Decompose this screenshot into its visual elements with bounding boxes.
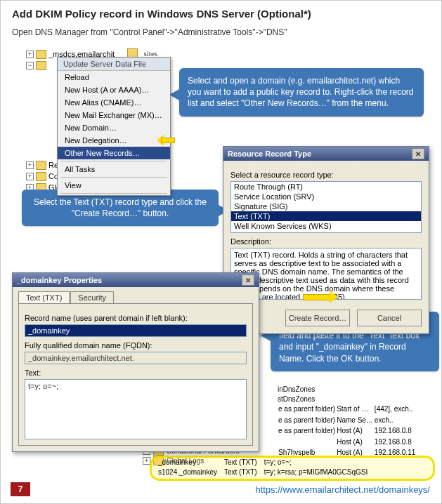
intro-text: Open DNS Manager from "Control Panel"->"… <box>12 27 287 37</box>
menu-separator <box>60 193 167 194</box>
record-type-option[interactable]: Well Known Services (WKS) <box>231 221 421 231</box>
menu-item-view[interactable]: View <box>58 179 170 192</box>
folder-icon <box>36 61 46 70</box>
dialog-title: _domainkey Properties <box>17 276 102 284</box>
tab-text-txt[interactable]: Text (TXT) <box>18 291 70 303</box>
create-record-button[interactable]: Create Record… <box>285 310 350 326</box>
page-title: Add DKIM Policy record in Windows DNS Se… <box>12 8 311 20</box>
fqdn-input: _domainkey.emailarchitect.net. <box>25 352 247 364</box>
cancel-button[interactable]: Cancel <box>357 310 422 326</box>
expand-icon[interactable]: + <box>26 51 34 58</box>
menu-item-new-host[interactable]: New Host (A or AAAA)… <box>58 84 170 96</box>
menu-item-new-mx[interactable]: New Mail Exchanger (MX)… <box>58 109 170 121</box>
close-icon[interactable]: ✕ <box>242 274 254 286</box>
record-type-option[interactable]: Service Location (SRV) <box>231 192 421 201</box>
menu-separator <box>60 161 167 161</box>
dialog-title: Resource Record Type <box>228 150 311 158</box>
collapse-icon[interactable]: − <box>26 62 34 69</box>
select-record-type-label: Select a resource record type: <box>230 171 422 179</box>
context-menu: Update Server Data File Reload New Host … <box>57 57 171 196</box>
description-label: Description: <box>230 237 422 246</box>
folder-icon <box>36 161 46 170</box>
fqdn-label: Fully qualified domain name (FQDN): <box>25 341 247 350</box>
callout-step1: Select and open a domain (e.g. emailarch… <box>179 68 424 117</box>
menu-header: Update Server Data File <box>58 58 170 71</box>
close-icon[interactable]: ✕ <box>412 148 424 159</box>
dns-records-snippet: inDnsZones stDnsZones e as parent folder… <box>278 385 435 458</box>
record-type-option[interactable]: Signature (SIG) <box>231 201 421 211</box>
footer-url[interactable]: https://www.emailarchitect.net/domainkey… <box>255 484 430 495</box>
tab-security[interactable]: Security <box>70 291 114 303</box>
record-name-label: Record name (uses parent domain if left … <box>25 314 247 322</box>
folder-icon <box>36 50 46 59</box>
text-input[interactable]: t=y; o=~; <box>25 379 247 439</box>
highlight-arrow-icon <box>303 291 338 303</box>
domainkey-properties-dialog: _domainkey Properties✕ Text (TXT) Securi… <box>12 272 259 452</box>
table-row: _domainkeyText (TXT)t=y; o=~; <box>158 458 373 467</box>
text-label: Text: <box>25 369 247 377</box>
menu-item-new-alias[interactable]: New Alias (CNAME)… <box>58 96 170 109</box>
menu-item-new-delegation[interactable]: New Delegation… <box>58 134 170 147</box>
menu-separator <box>60 177 167 178</box>
menu-item-new-domain[interactable]: New Domain… <box>58 121 170 134</box>
highlight-arrow-icon <box>157 135 175 145</box>
table-row: s1024._domainkeyText (TXT)t=y; k=rsa; p=… <box>158 468 373 477</box>
page-number: 7 <box>11 482 30 496</box>
expand-icon[interactable]: + <box>26 173 34 180</box>
record-type-option-selected[interactable]: Text (TXT) <box>231 211 421 221</box>
record-type-option[interactable]: X.25 <box>231 231 421 233</box>
expand-icon[interactable]: + <box>26 161 34 169</box>
record-type-option[interactable]: Route Through (RT) <box>231 182 421 192</box>
record-name-input[interactable]: _domainkey <box>25 324 247 337</box>
menu-item-all-tasks[interactable]: All Tasks <box>58 163 170 175</box>
record-type-listbox[interactable]: Route Through (RT) Service Location (SRV… <box>230 181 422 233</box>
menu-item-reload[interactable]: Reload <box>58 71 170 84</box>
highlighted-records: _domainkeyText (TXT)t=y; o=~; s1024._dom… <box>157 457 375 478</box>
menu-item-other-new-records[interactable]: Other New Records… <box>58 147 170 159</box>
folder-icon <box>36 172 46 181</box>
